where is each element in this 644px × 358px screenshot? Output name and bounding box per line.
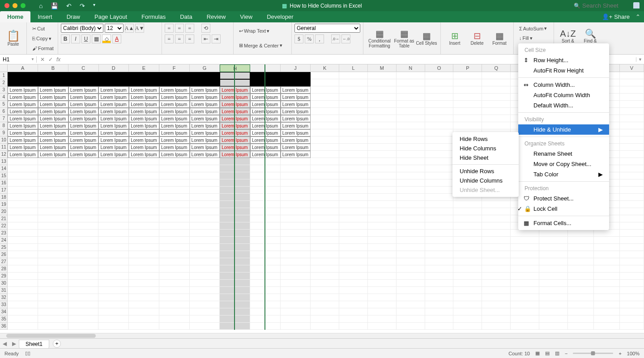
cell[interactable] [250,172,281,179]
cell[interactable] [159,287,190,294]
cell[interactable] [539,294,568,301]
row-header[interactable]: 3 [0,86,8,94]
cell[interactable] [311,208,339,215]
cell[interactable] [8,79,38,86]
tab-review[interactable]: Review [200,11,233,22]
comma-button[interactable]: , [315,34,324,43]
view-normal-icon[interactable]: ▦ [535,350,540,356]
cell[interactable] [281,179,311,187]
cell[interactable] [281,237,311,244]
cell[interactable] [339,294,368,301]
cell[interactable] [397,115,425,122]
maximize-icon[interactable] [21,3,26,8]
hide-columns-item[interactable]: Hide Columns [452,144,519,153]
percent-button[interactable]: % [305,34,314,43]
cell[interactable] [425,187,454,194]
cell[interactable] [539,244,568,251]
row-header[interactable]: 31 [0,287,8,294]
cell[interactable] [339,187,368,194]
cell[interactable]: Lorem Ipsum [38,108,68,115]
cell[interactable] [220,187,250,194]
cell[interactable] [568,273,594,280]
cell[interactable] [281,258,311,265]
delete-cells-button[interactable]: ⊟Delete [466,31,488,46]
cell[interactable] [620,187,644,194]
cell[interactable] [190,222,220,230]
cell[interactable] [368,129,397,136]
cell[interactable] [397,94,425,101]
cell[interactable] [368,251,397,258]
lock-cell-item[interactable]: ✓ 🔒Lock Cell [518,204,609,214]
cell[interactable] [339,194,368,201]
cell[interactable] [38,294,68,301]
cell[interactable]: Lorem Ipsum [250,101,281,108]
cell[interactable] [98,201,129,208]
cell[interactable] [311,301,339,308]
cell[interactable] [98,315,129,323]
cell[interactable] [539,251,568,258]
cell[interactable] [98,323,129,330]
cell[interactable] [190,215,220,222]
cell[interactable] [339,287,368,294]
column-header-C[interactable]: C [68,64,99,72]
italic-button[interactable]: I [71,34,80,43]
cell[interactable] [397,79,425,86]
cell[interactable] [220,72,250,79]
cell[interactable] [311,194,339,201]
cell[interactable] [482,301,511,308]
cell[interactable] [425,222,454,230]
cell[interactable] [38,323,68,330]
cell[interactable] [620,273,644,280]
cell[interactable] [159,237,190,244]
cell[interactable] [620,122,644,129]
view-page-layout-icon[interactable]: ▤ [545,350,550,356]
cell[interactable] [68,201,99,208]
cell[interactable] [594,244,620,251]
cell[interactable]: Lorem Ipsum [68,101,99,108]
cell[interactable] [159,301,190,308]
cell[interactable] [281,222,311,230]
cell[interactable] [511,258,539,265]
cell[interactable] [425,194,454,201]
cell[interactable] [425,79,454,86]
cell[interactable]: Lorem Ipsum [68,108,99,115]
cell[interactable] [159,294,190,301]
cell[interactable] [68,308,99,315]
cell[interactable] [539,323,568,330]
cell[interactable] [453,208,482,215]
cell[interactable] [68,187,99,194]
cell[interactable] [220,308,250,315]
cell[interactable] [511,244,539,251]
column-header-G[interactable]: G [190,64,220,72]
cell[interactable] [425,208,454,215]
cell[interactable] [453,308,482,315]
cell[interactable] [511,230,539,237]
cell[interactable] [159,251,190,258]
row-header[interactable]: 14 [0,165,8,172]
cell[interactable] [8,179,38,187]
align-bottom-button[interactable]: ≡ [185,24,194,33]
align-left-button[interactable]: ≡ [165,34,174,43]
cell[interactable] [511,251,539,258]
cell[interactable] [311,287,339,294]
cell[interactable] [38,287,68,294]
row-header[interactable]: 16 [0,179,8,187]
cell[interactable] [38,222,68,230]
fill-color-button[interactable]: ◇ [102,34,111,43]
cell[interactable] [220,222,250,230]
cell[interactable] [339,115,368,122]
cell[interactable] [368,122,397,129]
font-size-select[interactable]: 12 [105,24,124,33]
cell[interactable] [568,230,594,237]
cell[interactable] [397,101,425,108]
zoom-out-button[interactable]: − [565,351,567,356]
cell[interactable] [129,258,159,265]
cell[interactable] [68,172,99,179]
cell[interactable] [250,323,281,330]
cell[interactable] [129,222,159,230]
cell[interactable] [425,86,454,94]
row-header[interactable]: 36 [0,323,8,330]
cell[interactable] [620,301,644,308]
cell[interactable] [368,144,397,151]
cell[interactable] [250,244,281,251]
